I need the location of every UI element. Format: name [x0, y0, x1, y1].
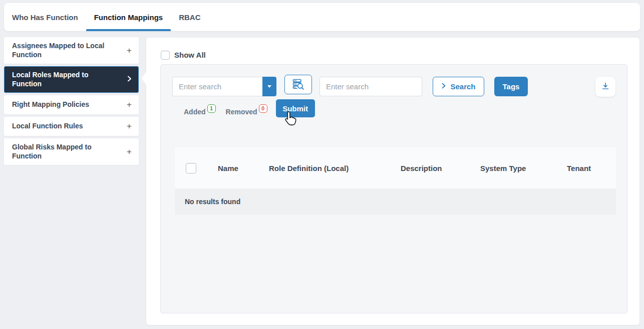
tab-who-has-function[interactable]: Who Has Function — [4, 3, 86, 31]
column-header-description: Description — [394, 147, 473, 189]
expand-plus-icon[interactable]: + — [123, 100, 132, 110]
primary-search-input[interactable] — [172, 77, 262, 96]
search-button-label: Search — [450, 82, 475, 91]
tab-rbac[interactable]: RBAC — [171, 3, 208, 31]
tags-button[interactable]: Tags — [494, 77, 528, 96]
sidebar-item-label: Right Mapping Policies — [12, 100, 89, 109]
added-label: Added — [184, 108, 206, 116]
sidebar-item-label: Assignees Mapped to Local Function — [12, 42, 112, 59]
tab-label: RBAC — [179, 13, 200, 22]
select-all-checkbox[interactable] — [186, 163, 196, 174]
removed-count-badge: 0 — [259, 104, 267, 113]
chevron-right-icon — [441, 82, 446, 91]
top-tab-bar: Who Has Function Function Mappings RBAC — [4, 3, 640, 31]
search-button[interactable]: Search — [433, 77, 484, 96]
download-export-button[interactable] — [595, 77, 615, 97]
expand-plus-icon[interactable]: + — [123, 121, 132, 131]
tab-label: Who Has Function — [12, 13, 78, 22]
removed-counter: Removed 0 — [226, 101, 267, 116]
expand-plus-icon[interactable]: + — [123, 46, 132, 56]
search-options-dropdown-button[interactable] — [262, 77, 276, 96]
results-table: Name Role Definition (Local) Description… — [175, 147, 616, 215]
advanced-data-search-button[interactable] — [284, 75, 312, 94]
tab-function-mappings[interactable]: Function Mappings — [86, 3, 171, 31]
tab-label: Function Mappings — [94, 13, 163, 22]
show-all-label: Show All — [174, 51, 206, 59]
sidebar-item-assignees-mapped-to-local-function[interactable]: Assignees Mapped to Local Function + — [4, 37, 139, 64]
show-all-checkbox[interactable] — [161, 51, 170, 60]
added-counter: Added 1 — [184, 101, 216, 116]
caret-down-icon — [267, 85, 271, 88]
header-checkbox-cell — [175, 147, 211, 189]
table-header-row: Name Role Definition (Local) Description… — [175, 147, 616, 189]
sidebar-item-right-mapping-policies[interactable]: Right Mapping Policies + — [4, 95, 139, 114]
sidebar-item-label: Local Function Rules — [12, 122, 83, 131]
database-search-icon — [291, 77, 305, 92]
secondary-search-input[interactable] — [319, 77, 422, 96]
removed-label: Removed — [226, 108, 257, 116]
expand-plus-icon[interactable]: + — [123, 147, 132, 157]
sidebar-item-local-roles-mapped-to-function[interactable]: Local Roles Mapped to Function — [4, 66, 139, 93]
column-header-role-definition: Role Definition (Local) — [262, 147, 394, 189]
pending-changes-row: Added 1 Removed 0 Submit — [184, 99, 315, 117]
empty-results-row: No results found — [175, 189, 616, 215]
empty-results-message: No results found — [175, 189, 616, 215]
sidebar-item-label: Global Risks Mapped to Function — [12, 143, 112, 160]
sidebar-nav: Assignees Mapped to Local Function + Loc… — [4, 37, 139, 168]
download-icon — [600, 81, 611, 93]
submit-button[interactable]: Submit — [276, 99, 315, 117]
column-header-name: Name — [211, 147, 262, 189]
primary-search-combo — [172, 77, 276, 96]
filter-card: Search Tags Added 1 Removed — [160, 64, 627, 313]
sidebar-item-label: Local Roles Mapped to Function — [12, 71, 112, 88]
main-content-panel: Show All — [146, 38, 639, 325]
added-count-badge: 1 — [207, 104, 216, 113]
sidebar-item-global-risks-mapped-to-function[interactable]: Global Risks Mapped to Function + — [4, 138, 139, 165]
chevron-right-icon — [127, 75, 132, 84]
column-header-tenant: Tenant — [560, 147, 616, 189]
sidebar-item-local-function-rules[interactable]: Local Function Rules + — [4, 117, 139, 136]
column-header-system-type: System Type — [473, 147, 560, 189]
show-all-control: Show All — [161, 50, 206, 60]
